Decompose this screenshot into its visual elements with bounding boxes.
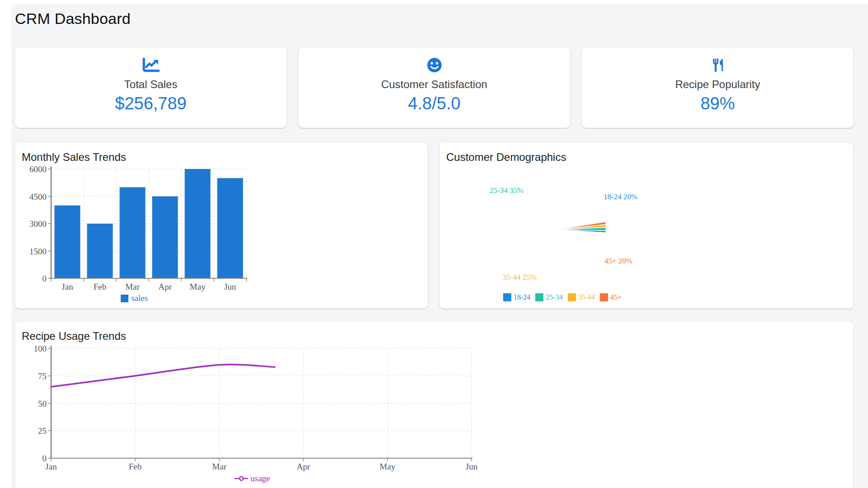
legend-label: sales	[131, 293, 148, 303]
stat-card-total-sales: Total Sales $256,789	[15, 47, 287, 128]
pie-label-18-24: 18-24 20%	[604, 192, 637, 202]
x-tick: Mar	[125, 282, 140, 291]
legend-item: 45+	[600, 293, 622, 301]
y-tick: 75	[38, 371, 47, 381]
stat-value: 4.8/5.0	[298, 94, 570, 113]
legend-label: 45+	[610, 293, 622, 301]
x-tick: Apr	[297, 462, 310, 471]
x-tick: Feb	[94, 282, 107, 291]
y-tick: 4500	[29, 192, 47, 202]
legend-item: 18-24	[503, 293, 530, 301]
page-title: CRM Dashboard	[15, 10, 131, 28]
x-tick: Jan	[45, 462, 57, 471]
utensils-icon	[582, 56, 854, 74]
legend-swatch	[121, 295, 128, 302]
legend-label: 25-34	[546, 293, 562, 301]
stat-card-recipe-popularity: Recipe Popularity 89%	[582, 47, 854, 128]
bar-Jun	[217, 178, 243, 278]
bar-chart: 0 1500 3000 4500 6000 Jan Feb Mar Apr Ma…	[15, 143, 428, 309]
y-tick: 6000	[29, 164, 47, 174]
legend-item: 35-44	[568, 293, 595, 301]
monthly-sales-card: Monthly Sales Trends 0 1500 3000 4500 60…	[15, 143, 428, 309]
bar-May	[185, 169, 211, 278]
line-legend: usage	[235, 474, 270, 483]
pie-chart	[439, 143, 854, 309]
legend-label: 18-24	[514, 293, 530, 301]
bar-Apr	[152, 197, 178, 279]
bar-Mar	[120, 187, 146, 278]
y-tick: 50	[38, 399, 47, 408]
x-tick: Jun	[466, 462, 478, 471]
y-tick: 3000	[29, 219, 47, 229]
pie-legend: 18-24 25-34 35-44 45+	[503, 293, 627, 301]
pie-label-25-34: 25-34 35%	[490, 186, 524, 195]
bar-Feb	[87, 224, 113, 278]
line-chart: 0 25 50 75 100 Jan Feb Mar Apr May Jun	[15, 322, 854, 488]
x-tick: Feb	[129, 462, 142, 471]
stat-label: Total Sales	[15, 78, 287, 91]
legend-item: 25-34	[535, 293, 562, 301]
x-tick: Jun	[224, 282, 236, 291]
stat-value: 89%	[582, 94, 854, 113]
stat-value: $256,789	[15, 94, 287, 113]
pie-label-45plus: 45+ 20%	[604, 257, 632, 266]
pie-label-35-44: 35-44 25%	[503, 273, 537, 282]
x-tick: May	[380, 462, 396, 471]
stat-card-customer-satisfaction: Customer Satisfaction 4.8/5.0	[298, 47, 570, 128]
usage-line-series	[51, 365, 275, 387]
legend-swatch	[600, 293, 608, 301]
stat-label: Recipe Popularity	[582, 78, 854, 91]
legend-swatch	[535, 293, 543, 301]
x-tick: Mar	[212, 462, 226, 471]
legend-swatch	[503, 293, 511, 301]
y-tick: 1500	[29, 247, 47, 256]
legend-label: usage	[250, 474, 270, 483]
legend-label: 35-44	[578, 293, 595, 301]
bar-legend: sales	[121, 293, 148, 303]
x-tick: Apr	[158, 282, 172, 291]
smiley-icon	[298, 56, 570, 74]
y-tick: 25	[38, 426, 47, 436]
customer-demographics-card: Customer Demographics 25-34 35% 18-24 20…	[439, 143, 854, 309]
y-tick: 0	[42, 274, 47, 283]
line-legend-glyph	[235, 475, 248, 482]
x-tick: May	[190, 282, 206, 291]
y-tick: 100	[34, 344, 47, 353]
legend-swatch	[568, 293, 576, 301]
recipe-usage-card: Recipe Usage Trends 0 25 50 75 100 Jan F…	[15, 322, 854, 488]
bar-Jan	[55, 206, 80, 278]
stat-label: Customer Satisfaction	[298, 78, 570, 91]
chart-line-icon	[15, 56, 287, 74]
x-tick: Jan	[61, 282, 73, 291]
